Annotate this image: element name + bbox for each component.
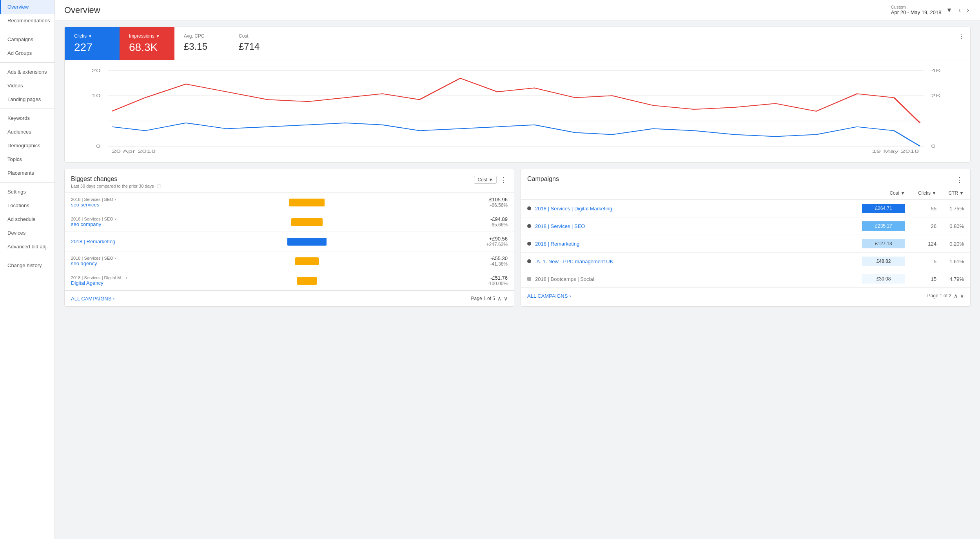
campaign-name-5: 2018 | Bootcamps | Social [535,276,862,282]
campaigns-panel-title: Campaigns [527,175,559,183]
campaign-cost-cell-5: £30.08 [862,274,905,284]
impressions-label: Impressions ▼ [129,33,165,39]
page-next-btn-cam[interactable]: ∨ [960,293,964,299]
sidebar-item-topics[interactable]: Topics [0,152,54,166]
bc-change-2: -£94.89 -65.66% [472,216,508,228]
biggest-changes-more-button[interactable]: ⋮ [500,175,508,184]
bc-name-3[interactable]: 2018 | Remarketing [71,239,142,244]
arrow-right-icon-cam: › [569,293,571,299]
campaign-clicks-2: 26 [905,223,936,229]
campaign-clicks-4: 5 [905,259,936,264]
bc-campaign-3: 2018 | Remarketing [71,239,142,244]
campaign-name-4[interactable]: .A. 1. New - PPC management UK [535,259,862,264]
bc-bar-3 [287,238,327,246]
sidebar-item-locations[interactable]: Locations [0,199,54,212]
bc-bar-container-1 [145,198,469,207]
bc-bar-container-3 [145,237,469,246]
clicks-value: 227 [74,41,110,54]
sidebar-item-demographics[interactable]: Demographics [0,139,54,152]
bc-bar-container-2 [145,217,469,227]
bc-change-4: -£55.30 -41.38% [472,255,508,267]
col-header-cost[interactable]: Cost ▼ [862,190,905,196]
campaign-cost-bar-1: £264.71 [862,204,905,213]
campaign-row-3: 2018 | Remarketing £127.13 124 0.20% [521,235,970,252]
page-title: Overview [64,5,100,15]
dropdown-arrow-icon: ▼ [488,177,493,183]
campaign-cost-cell-1: £264.71 [862,204,905,213]
biggest-changes-metric-selector[interactable]: Cost ▼ [474,176,497,184]
page-prev-btn-cam[interactable]: ∧ [954,293,958,299]
sidebar-item-recommendations[interactable]: Recommendations [0,14,54,27]
campaign-name-1[interactable]: 2018 | Services | Digital Marketing [535,206,862,212]
bc-campaign-2: 2018 | Services | SEO › seo company [71,217,142,227]
sidebar-item-devices[interactable]: Devices [0,226,54,240]
impressions-metric[interactable]: Impressions ▼ 68.3K [120,27,174,60]
campaign-status-dot-2 [527,224,531,228]
sidebar-item-change-history[interactable]: Change history [0,259,54,272]
campaign-row-2: 2018 | Services | SEO £235.17 26 0.80% [521,217,970,235]
sidebar-item-keywords[interactable]: Keywords [0,111,54,125]
campaigns-more-button[interactable]: ⋮ [956,175,964,184]
date-dropdown-button[interactable]: ▼ [945,5,954,15]
cost-metric: Cost £714 [229,27,284,60]
bc-row-4: 2018 | Services | SEO › seo agency -£55.… [65,251,514,271]
campaign-cost-cell-2: £235.17 [862,221,905,231]
campaign-cost-bar-5: £30.08 [862,274,905,284]
campaign-clicks-3: 124 [905,241,936,247]
campaign-cost-bar-2: £235.17 [862,221,905,231]
bc-bar-2 [291,218,323,226]
bc-name-2[interactable]: seo company [71,221,142,227]
all-campaigns-link-cam[interactable]: ALL CAMPAIGNS › [527,293,571,299]
sidebar-item-audiences[interactable]: Audiences [0,125,54,139]
bc-parent-5: 2018 | Services | Digital M... › [71,275,142,280]
bc-parent-1: 2018 | Services | SEO › [71,197,142,202]
date-next-button[interactable]: › [965,5,971,15]
clicks-label: Clicks ▼ [74,33,110,39]
col-header-ctr[interactable]: CTR ▼ [936,190,964,196]
campaign-status-dot-3 [527,242,531,246]
chart-more-button[interactable]: ⋮ [953,27,970,60]
bc-campaign-5: 2018 | Services | Digital M... › Digital… [71,275,142,286]
sidebar-item-overview[interactable]: Overview [0,0,54,14]
sidebar-item-ad-groups[interactable]: Ad Groups [0,46,54,60]
date-range-selector[interactable]: Custom Apr 20 - May 19, 2018 ▼ ‹ › [891,5,971,15]
all-campaigns-link-bc[interactable]: ALL CAMPAIGNS › [71,296,115,302]
bc-name-4[interactable]: seo agency [71,260,142,266]
campaign-cost-cell-3: £127.13 [862,239,905,248]
bc-name-1[interactable]: seo services [71,202,142,208]
campaign-name-3[interactable]: 2018 | Remarketing [535,241,862,247]
page-prev-btn-bc[interactable]: ∧ [497,295,501,302]
sidebar-item-landing-pages[interactable]: Landing pages [0,92,54,106]
sidebar-item-placements[interactable]: Placements [0,166,54,180]
bc-bar-container-4 [145,257,469,266]
sidebar-item-videos[interactable]: Videos [0,79,54,92]
sidebar-item-advanced-bid[interactable]: Advanced bid adj. [0,240,54,253]
campaign-name-2[interactable]: 2018 | Services | SEO [535,223,862,229]
overview-chart: 20 10 0 4K 2K 0 20 Apr 2018 19 May 2018 [65,60,970,162]
page-next-btn-bc[interactable]: ∨ [504,295,508,302]
campaigns-table-header: Cost ▼ Clicks ▼ CTR ▼ [521,187,970,199]
bc-campaign-1: 2018 | Services | SEO › seo services [71,197,142,208]
clicks-metric[interactable]: Clicks ▼ 227 [65,27,120,60]
date-prev-button[interactable]: ‹ [957,5,962,15]
svg-text:20: 20 [92,68,101,73]
sidebar-item-settings[interactable]: Settings [0,185,54,199]
campaign-ctr-3: 0.20% [936,241,964,247]
svg-text:2K: 2K [931,93,941,98]
bc-row-1: 2018 | Services | SEO › seo services -£1… [65,192,514,212]
arrow-right-icon: › [113,296,114,302]
bc-name-5[interactable]: Digital Agency [71,280,142,286]
svg-text:10: 10 [92,93,101,98]
bottom-panels: Biggest changes Last 30 days compared to… [64,169,971,307]
campaigns-footer: ALL CAMPAIGNS › Page 1 of 2 ∧ ∨ [521,288,970,304]
bc-bar-1 [289,199,325,206]
col-header-clicks[interactable]: Clicks ▼ [905,190,936,196]
biggest-changes-title: Biggest changes [71,175,161,183]
campaign-row-4: .A. 1. New - PPC management UK £48.82 5 … [521,252,970,270]
svg-text:4K: 4K [931,68,941,73]
bc-bar-container-5 [145,276,469,286]
sidebar-item-ad-schedule[interactable]: Ad schedule [0,212,54,226]
sidebar-item-campaigns[interactable]: Campaigns [0,33,54,46]
sidebar-item-ads-extensions[interactable]: Ads & extensions [0,65,54,79]
biggest-changes-controls: Cost ▼ ⋮ [474,175,508,184]
